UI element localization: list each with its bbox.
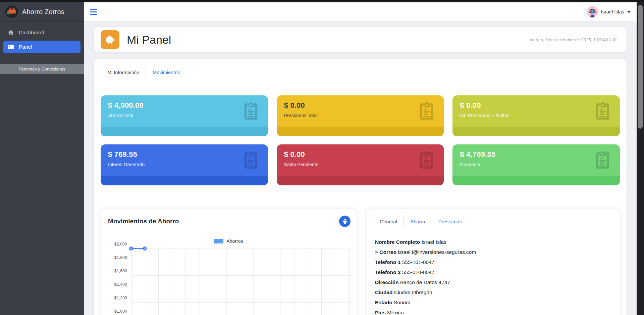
- info-rows: Nombre Completo Israel Islas > Correo is…: [373, 228, 614, 315]
- page-scrollbar[interactable]: [637, 2, 644, 315]
- info-row: Dirección Banco de Datos 4747: [375, 277, 612, 287]
- y-tick-label: $1,000: [114, 309, 131, 315]
- stat-value: $ 4,769.55: [460, 150, 612, 159]
- printer-icon: [342, 219, 348, 224]
- stat-label: Int. Prestamos + Multas: [460, 113, 612, 118]
- info-label: Estado: [375, 300, 392, 305]
- info-label: Correo: [379, 249, 396, 255]
- legend-swatch: [214, 239, 223, 243]
- stat-card-footer: [452, 127, 620, 136]
- tab-prestamos[interactable]: Prestamos: [432, 215, 468, 228]
- stat-card: $ 769.55 Interes Generado: [101, 144, 268, 185]
- sidebar-item-label: Panel: [19, 44, 32, 50]
- clipboard-icon: [594, 150, 611, 171]
- stat-label: Ahorro Total: [108, 113, 261, 118]
- info-value: Israel Islas: [422, 239, 446, 245]
- sidebar-item-label: Dashboard: [19, 30, 44, 36]
- stat-value: $ 4,000.00: [108, 101, 261, 110]
- y-tick-label: $1,200: [114, 296, 131, 309]
- main-content: Mi Panel martes, 9 de diciembre de 2025,…: [84, 0, 644, 315]
- stat-card: $ 0.00 Prestamos Total: [277, 95, 444, 136]
- legend-label: Ahorros: [226, 238, 243, 244]
- sidebar-terms-link[interactable]: Términos y Condiciones: [0, 64, 84, 74]
- page-header-card: Mi Panel martes, 9 de diciembre de 2025,…: [94, 27, 627, 52]
- stat-label: Interes Generado: [108, 162, 261, 167]
- dashboard-card: Mi Información Movimientos $ 4,000.00 Ah…: [94, 59, 627, 315]
- stat-card-footer: [277, 176, 444, 185]
- chart-legend[interactable]: Ahorros: [107, 238, 351, 244]
- info-row: Ciudad Ciudad Obregón: [375, 287, 612, 298]
- info-prefix: >: [375, 249, 379, 255]
- user-menu[interactable]: Israel Islas: [587, 6, 631, 17]
- clipboard-icon: [418, 150, 435, 171]
- brand[interactable]: Ahorro Zorros: [0, 2, 84, 21]
- stat-value: $ 0.00: [460, 101, 612, 110]
- info-row: País México: [375, 308, 612, 315]
- info-label: País: [375, 310, 386, 315]
- topbar: Israel Islas: [84, 2, 637, 21]
- scrollbar-thumb[interactable]: [638, 5, 643, 129]
- stat-card: $ 4,000.00 Ahorro Total: [101, 95, 268, 136]
- user-name: Israel Islas: [601, 9, 624, 14]
- print-button[interactable]: [339, 216, 351, 227]
- stat-card: $ 4,769.55 Ganancia: [452, 144, 620, 185]
- stat-label: Ganancia: [460, 162, 612, 167]
- bottom-row: Movimientos de Ahorro Ahorros: [101, 209, 620, 315]
- chart-area: $2,000$1,800$1,600$1,400$1,200$1,000: [107, 249, 351, 315]
- stat-card-footer: [452, 176, 620, 185]
- sidebar-menu: Dashboard Panel: [0, 21, 84, 56]
- info-value: israel.i@inversiones-seguras.com: [398, 249, 476, 255]
- stat-card: $ 0.00 Int. Prestamos + Multas: [452, 95, 620, 136]
- info-row: Telefono 1 555-101-0047: [375, 257, 612, 267]
- stat-value: $ 0.00: [284, 150, 437, 159]
- tab-general[interactable]: General: [373, 215, 404, 228]
- stat-card-footer: [101, 176, 268, 185]
- sidebar-toggle-button[interactable]: [90, 9, 97, 15]
- info-value: Sonora: [394, 300, 411, 305]
- info-label: Dirección: [375, 279, 399, 285]
- info-value: 555-010-0047: [402, 269, 435, 275]
- info-row: Estado Sonora: [375, 298, 612, 308]
- stat-label: Saldo Pendiente: [284, 162, 437, 167]
- clipboard-icon: [243, 150, 259, 171]
- chart-plot[interactable]: [131, 249, 351, 315]
- stat-card-footer: [101, 127, 268, 136]
- tab-mi-informacion[interactable]: Mi Información: [101, 66, 146, 79]
- stat-card: $ 0.00 Saldo Pendiente: [277, 144, 444, 185]
- stat-card-footer: [277, 127, 444, 136]
- chevron-down-icon: [627, 11, 631, 13]
- sidebar-item-dashboard[interactable]: Dashboard: [3, 26, 80, 39]
- info-row: Telefono 2 555-010-0047: [375, 267, 612, 277]
- id-card-icon: [8, 44, 14, 50]
- y-tick-label: $1,600: [114, 269, 131, 282]
- y-tick-label: $1,400: [114, 282, 131, 296]
- fox-logo-icon: [5, 5, 18, 18]
- piggy-bank-icon: [101, 30, 119, 49]
- stat-value: $ 769.55: [108, 150, 261, 159]
- info-label: Telefono 1: [375, 259, 400, 265]
- info-value: México: [387, 310, 404, 315]
- sidebar-item-panel[interactable]: Panel: [3, 41, 80, 53]
- info-tab-bar: General Ahorro Prestamos: [373, 215, 614, 228]
- info-row: Nombre Completo Israel Islas: [375, 237, 612, 247]
- tab-movimientos[interactable]: Movimientos: [146, 66, 186, 79]
- info-value: 555-101-0047: [402, 259, 435, 265]
- clipboard-icon: [243, 101, 259, 122]
- info-label: Ciudad: [375, 289, 393, 295]
- sidebar: Ahorro Zorros Dashboard Panel Términos y…: [0, 2, 84, 315]
- home-icon: [8, 29, 14, 36]
- tab-ahorro[interactable]: Ahorro: [404, 215, 432, 228]
- info-label: Telefono 2: [375, 269, 400, 275]
- savings-line-layer: [128, 245, 168, 266]
- clipboard-icon: [594, 101, 611, 122]
- info-value: Ciudad Obregón: [394, 289, 432, 295]
- brand-title: Ahorro Zorros: [22, 8, 64, 16]
- member-info-card: General Ahorro Prestamos Nombre Completo…: [367, 209, 620, 315]
- clipboard-icon: [418, 101, 435, 122]
- datetime-label: martes, 9 de diciembre de 2025, 1:00:48 …: [530, 37, 618, 42]
- window-top-edge: [0, 0, 644, 2]
- info-row: > Correo israel.i@inversiones-seguras.co…: [375, 247, 612, 257]
- stat-value: $ 0.00: [284, 101, 437, 110]
- user-avatar: [587, 6, 598, 17]
- chart-title: Movimientos de Ahorro: [107, 218, 179, 225]
